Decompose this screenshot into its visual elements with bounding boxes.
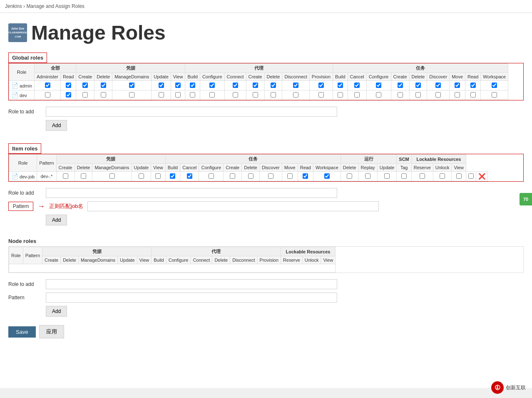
global-role-checkbox[interactable] <box>293 83 298 88</box>
col-cred-create: Create <box>76 73 94 81</box>
global-role-checkbox[interactable] <box>492 92 497 98</box>
node-pattern-input[interactable] <box>46 293 337 303</box>
global-role-checkbox[interactable] <box>209 83 215 88</box>
global-role-checkbox[interactable] <box>415 83 421 88</box>
global-role-checkbox[interactable] <box>66 83 71 88</box>
item-role-checkbox[interactable] <box>324 173 330 179</box>
global-role-checkbox[interactable] <box>209 92 215 98</box>
global-role-checkbox[interactable] <box>129 83 134 88</box>
global-role-checkbox[interactable] <box>354 92 360 98</box>
item-role-checkbox[interactable] <box>456 173 462 179</box>
global-role-to-add-row: Role to add <box>8 107 524 117</box>
global-role-to-add-input[interactable] <box>46 107 337 117</box>
item-role-checkbox[interactable] <box>155 173 161 179</box>
global-role-checkbox[interactable] <box>398 83 403 88</box>
float-button[interactable]: 70 <box>520 193 532 205</box>
item-group-yunxing: 运行 <box>341 155 397 164</box>
item-role-checkbox[interactable] <box>384 173 390 179</box>
group-quanbu: 全部 <box>35 64 76 73</box>
item-role-checkbox[interactable] <box>170 173 175 179</box>
item-roles-header: Item roles <box>8 143 41 154</box>
item-role-checkbox[interactable] <box>187 173 192 179</box>
item-role-checkbox[interactable] <box>248 173 254 179</box>
global-role-checkbox[interactable] <box>66 92 71 98</box>
item-role-checkbox[interactable] <box>287 173 293 179</box>
node-roles-header: Node roles <box>8 238 524 244</box>
item-role-checkbox[interactable] <box>347 173 352 179</box>
global-role-checkbox[interactable] <box>415 92 421 98</box>
global-role-checkbox[interactable] <box>253 92 258 98</box>
item-role-to-add-input[interactable] <box>46 188 337 198</box>
item-group-scm: SCM <box>397 155 411 164</box>
global-role-checkbox[interactable] <box>233 92 238 98</box>
global-role-checkbox[interactable] <box>175 83 181 88</box>
global-role-checkbox[interactable] <box>435 83 441 88</box>
global-role-checkbox[interactable] <box>376 92 381 98</box>
col-agent-provision: Provision <box>309 73 333 81</box>
global-role-checkbox[interactable] <box>159 92 164 98</box>
global-role-checkbox[interactable] <box>82 92 88 98</box>
item-role-checkbox[interactable] <box>420 173 425 179</box>
global-role-checkbox[interactable] <box>338 83 343 88</box>
global-role-checkbox[interactable] <box>190 83 195 88</box>
item-role-checkbox[interactable] <box>440 173 445 179</box>
col-agent-create: Create <box>246 73 264 81</box>
global-role-checkbox[interactable] <box>376 83 381 88</box>
global-role-checkbox[interactable] <box>318 92 324 98</box>
item-role-checkbox[interactable] <box>209 173 214 179</box>
global-role-checkbox[interactable] <box>470 83 476 88</box>
global-role-checkbox[interactable] <box>129 92 134 98</box>
item-col-pattern: Pattern <box>37 155 56 172</box>
global-role-checkbox[interactable] <box>271 83 276 88</box>
global-role-checkbox[interactable] <box>338 92 343 98</box>
global-role-checkbox[interactable] <box>253 83 258 88</box>
global-role-checkbox[interactable] <box>159 83 164 88</box>
item-role-checkbox[interactable] <box>81 173 86 179</box>
item-role-checkbox[interactable] <box>109 173 115 179</box>
global-role-checkbox[interactable] <box>455 92 460 98</box>
global-role-checkbox[interactable] <box>492 83 497 88</box>
global-add-button[interactable]: Add <box>46 120 67 131</box>
global-role-checkbox[interactable] <box>45 83 50 88</box>
global-role-checkbox[interactable] <box>435 92 441 98</box>
item-role-checkbox[interactable] <box>63 173 68 179</box>
item-role-checkbox[interactable] <box>365 173 370 179</box>
global-role-checkbox[interactable] <box>455 83 460 88</box>
breadcrumb-home[interactable]: Jenkins <box>5 3 22 9</box>
global-role-checkbox[interactable] <box>45 92 50 98</box>
item-add-button[interactable]: Add <box>46 215 67 225</box>
item-role-checkbox[interactable] <box>139 173 144 179</box>
node-role-to-add-input[interactable] <box>46 279 337 289</box>
global-role-checkbox[interactable] <box>82 83 88 88</box>
global-role-checkbox[interactable] <box>101 83 106 88</box>
item-role-checkbox[interactable] <box>230 173 235 179</box>
save-button[interactable]: Save <box>8 326 36 338</box>
delete-icon[interactable]: 📄 <box>11 92 18 98</box>
col-agent-delete: Delete <box>264 73 282 81</box>
item-role-checkbox[interactable] <box>268 173 273 179</box>
group-daili: 代理 <box>185 64 333 73</box>
item-pattern-label: Pattern <box>8 202 33 211</box>
global-role-checkbox[interactable] <box>318 83 324 88</box>
breadcrumb: Jenkins › Manage and Assign Roles <box>0 0 532 13</box>
col-cred-delete: Delete <box>94 73 112 81</box>
global-role-checkbox[interactable] <box>233 83 238 88</box>
item-role-checkbox[interactable] <box>468 173 474 179</box>
global-role-checkbox[interactable] <box>354 83 360 88</box>
node-add-button[interactable]: Add <box>46 306 67 317</box>
global-role-checkbox[interactable] <box>398 92 403 98</box>
global-role-checkbox[interactable] <box>470 92 476 98</box>
item-pattern-input[interactable] <box>87 201 379 211</box>
row-delete-icon[interactable]: ❌ <box>478 173 485 180</box>
global-role-checkbox[interactable] <box>190 92 195 98</box>
delete-icon[interactable]: 📄 <box>11 173 18 180</box>
global-role-checkbox[interactable] <box>293 92 298 98</box>
global-role-checkbox[interactable] <box>175 92 181 98</box>
col-job-discover: Discover <box>427 73 450 81</box>
delete-icon[interactable]: 📄 <box>11 82 18 89</box>
global-role-checkbox[interactable] <box>101 92 106 98</box>
item-role-checkbox[interactable] <box>303 173 308 179</box>
item-role-checkbox[interactable] <box>401 173 407 179</box>
global-role-checkbox[interactable] <box>271 92 276 98</box>
apply-button[interactable]: 应用 <box>39 325 64 338</box>
